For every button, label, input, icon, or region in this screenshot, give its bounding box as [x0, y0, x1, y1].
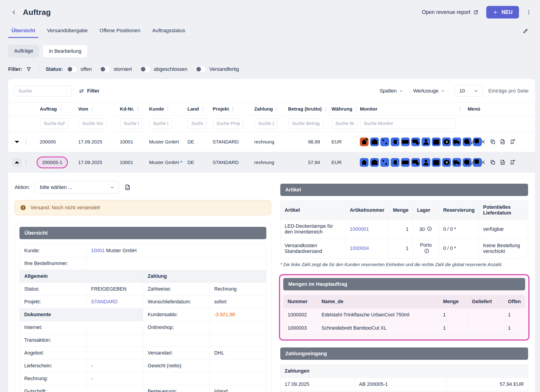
- monitor-truck-icon[interactable]: [452, 158, 461, 167]
- monitor-banknote-icon[interactable]: [401, 137, 410, 146]
- monitor-person-icon[interactable]: [422, 158, 430, 167]
- row-action-pencil-icon[interactable]: [470, 159, 476, 165]
- funnel-icon[interactable]: [26, 66, 32, 72]
- monitor-calendar-icon[interactable]: [432, 137, 440, 146]
- row-action-copy-icon[interactable]: [490, 139, 496, 145]
- column-header-kunde[interactable]: Kunde: [148, 105, 187, 113]
- order-row[interactable]: 200005-1 17.09.2025 10001 Muster GmbH * …: [8, 152, 535, 173]
- tab-übersicht[interactable]: Übersicht: [8, 24, 38, 38]
- toggle-switch[interactable]: [66, 66, 78, 73]
- tab-offene positionen[interactable]: Offene Positionen: [96, 24, 143, 38]
- monitor-card-refresh-icon[interactable]: [411, 158, 420, 167]
- sort-icon[interactable]: [201, 107, 204, 111]
- monitor-calendar-icon[interactable]: [432, 158, 440, 167]
- monitor-house-icon[interactable]: [360, 158, 369, 167]
- column-search-projekt[interactable]: [213, 118, 243, 129]
- revenue-report-link[interactable]: Open revenue report: [422, 9, 479, 15]
- column-search-monitor[interactable]: [360, 118, 455, 129]
- row-action-copy-icon[interactable]: [490, 159, 496, 165]
- column-search-waehrung[interactable]: [332, 118, 357, 129]
- toggle-switch[interactable]: [195, 66, 206, 73]
- monitor-euro-icon[interactable]: [391, 158, 399, 167]
- page-size-select[interactable]: 10: [455, 85, 483, 97]
- column-header-betrag[interactable]: Betrag (brutto): [287, 105, 330, 113]
- column-header-menu[interactable]: Menü: [467, 105, 535, 113]
- row-action-pdf-icon[interactable]: PDF: [500, 159, 506, 165]
- monitor-mail-icon[interactable]: [370, 158, 379, 167]
- sort-icon[interactable]: [166, 107, 170, 111]
- column-search-land[interactable]: [188, 118, 206, 129]
- chip-in-bearbeitung[interactable]: in Bearbeitung: [43, 45, 88, 58]
- monitor-euro-icon[interactable]: [391, 137, 399, 146]
- monitor-coin-euro-icon[interactable]: €: [442, 137, 451, 146]
- row-action-close-icon[interactable]: [480, 139, 486, 145]
- sort-icon[interactable]: [324, 107, 327, 111]
- kebab-menu-icon[interactable]: [526, 9, 532, 15]
- tab-auftragsstatus[interactable]: Auftragsstatus: [149, 24, 188, 38]
- pdf-button-icon[interactable]: PDF: [124, 184, 131, 191]
- column-header-auftrag[interactable]: Auftrag: [39, 105, 77, 113]
- status-toggle-offen[interactable]: offen: [66, 66, 92, 73]
- aktion-select[interactable]: bitte wählen ...: [35, 181, 119, 194]
- info-icon[interactable]: [424, 248, 430, 254]
- column-search-vom[interactable]: [79, 118, 106, 129]
- monitor-person-icon[interactable]: [422, 137, 430, 146]
- sort-icon[interactable]: [59, 107, 62, 111]
- werkzeuge-dropdown[interactable]: Werkzeuge: [413, 88, 445, 94]
- row-action-bookmark-plus-icon[interactable]: [509, 139, 515, 145]
- info-icon[interactable]: [427, 226, 432, 232]
- toggle-switch[interactable]: [100, 66, 110, 73]
- monitor-percent-icon[interactable]: [380, 158, 389, 167]
- monitor-percent-icon[interactable]: [380, 137, 389, 146]
- column-header-kd[interactable]: Kd-Nr.: [119, 105, 148, 113]
- column-search-betrag[interactable]: [289, 118, 323, 129]
- project-link[interactable]: STANDARD: [91, 299, 118, 304]
- row-checkbox[interactable]: [26, 139, 26, 145]
- row-checkbox[interactable]: [26, 159, 26, 165]
- row-action-pdf-icon[interactable]: PDF: [500, 139, 506, 145]
- order-row[interactable]: 200005 17.09.2025 10001 Muster GmbH DE S…: [8, 132, 535, 152]
- monitor-mail-icon[interactable]: [370, 137, 379, 146]
- status-toggle-abgeschlossen[interactable]: abgeschlossen: [140, 66, 187, 73]
- tab-versandübergabe[interactable]: Versandübergabe: [44, 24, 91, 38]
- column-header-land[interactable]: Land: [187, 105, 212, 113]
- customer-link[interactable]: 10001: [91, 248, 105, 253]
- toggle-switch[interactable]: [140, 66, 151, 73]
- column-search-kunde[interactable]: [150, 118, 171, 129]
- row-action-close-icon[interactable]: [480, 159, 486, 165]
- monitor-card-refresh-icon[interactable]: [411, 137, 420, 146]
- search-input[interactable]: [14, 85, 72, 96]
- column-header-monitor[interactable]: Monitor: [359, 105, 467, 113]
- chip-aufträge[interactable]: Aufträge: [8, 45, 39, 58]
- column-search-zahlung[interactable]: [255, 118, 278, 129]
- row-action-bookmark-plus-icon[interactable]: [509, 159, 515, 165]
- sort-icon[interactable]: [275, 107, 279, 111]
- artikel-number-link[interactable]: 1000001: [350, 226, 369, 232]
- monitor-house-slash-icon[interactable]: [360, 137, 369, 146]
- column-header-projekt[interactable]: Projekt: [212, 105, 253, 113]
- status-toggle-storniert[interactable]: storniert: [100, 66, 132, 73]
- new-button[interactable]: NEU: [486, 6, 519, 19]
- sort-icon[interactable]: [136, 107, 140, 111]
- toolbar-filter-button[interactable]: Filter: [79, 88, 100, 94]
- row-expand-expand-button[interactable]: [12, 137, 21, 147]
- column-search-auftrag[interactable]: [40, 118, 68, 129]
- spalten-dropdown[interactable]: Spalten: [380, 88, 403, 94]
- row-action-pencil-icon[interactable]: [470, 139, 476, 145]
- back-button[interactable]: [11, 9, 17, 15]
- row-expand-collapse-button[interactable]: [12, 158, 21, 167]
- monitor-banknote-icon[interactable]: [401, 158, 410, 167]
- sort-icon[interactable]: [90, 107, 94, 111]
- monitor-truck-icon[interactable]: [452, 137, 461, 146]
- sort-icon[interactable]: [231, 107, 234, 111]
- status-toggle-versandfertig[interactable]: Versandfertig: [195, 66, 239, 73]
- artikel-number-link[interactable]: 1000004: [350, 245, 369, 251]
- column-header-waehrung[interactable]: Währung: [330, 105, 359, 113]
- column-search-kd[interactable]: [120, 118, 142, 129]
- monitor-coin-euro-icon[interactable]: €: [442, 158, 451, 167]
- column-header-vom[interactable]: Vom: [77, 105, 119, 113]
- sort-icon[interactable]: [459, 107, 462, 111]
- edit-pencil-icon[interactable]: [519, 28, 532, 38]
- column-header-zahlung[interactable]: Zahlung: [253, 105, 287, 113]
- sort-icon[interactable]: [355, 107, 358, 111]
